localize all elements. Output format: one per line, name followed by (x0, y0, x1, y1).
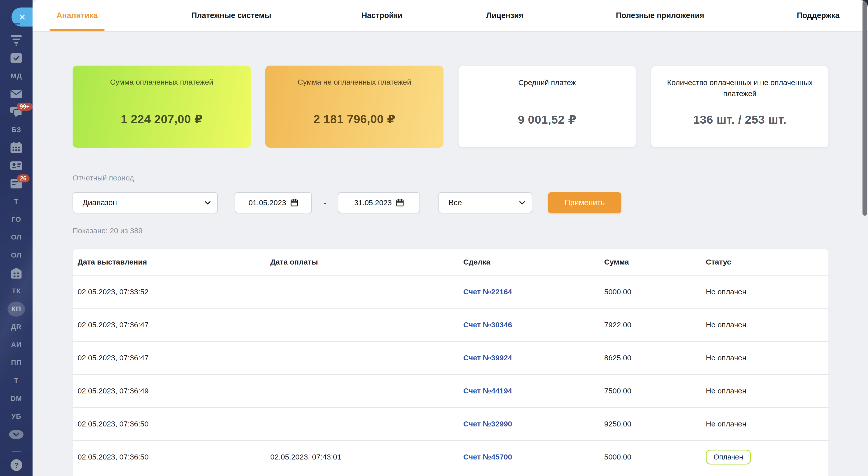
sidebar-item-filter-icon[interactable] (0, 31, 33, 49)
status-badge-paid: Оплачен (706, 450, 751, 465)
card-value: 9 001,52 ₽ (459, 113, 636, 126)
card-title: Количество оплаченных и не оплаченных пл… (666, 77, 813, 99)
apply-button[interactable]: Применить (548, 192, 621, 213)
expand-more-icon (9, 430, 24, 439)
payment-card-icon: 26 (10, 179, 22, 189)
amount-cell: 5000.00 (599, 288, 701, 296)
sidebar-item-payment-card-icon[interactable]: 26 (0, 175, 33, 193)
table-row: 02.05.2023, 07:36:5002.05.2023, 07:43:01… (72, 440, 829, 473)
date-to-value: 31.05.2023 (354, 198, 392, 207)
sidebar-item-уб[interactable]: УБ (0, 407, 33, 425)
sidebar-item-dm[interactable]: DM (0, 390, 33, 408)
invoice-link[interactable]: Счет №44194 (463, 387, 512, 395)
sidebar-item-пп[interactable]: ПП (0, 354, 33, 372)
column-header: Дата выставления (72, 258, 265, 266)
invoice-link[interactable]: Счет №22164 (463, 288, 512, 296)
sidebar-item-кп[interactable]: КП (0, 300, 33, 318)
card-title: Средний платеж (473, 77, 621, 88)
issued-date-cell: 02.05.2023, 07:33:52 (72, 288, 265, 296)
amount-cell: 8625.00 (599, 354, 701, 362)
deal-cell: Счет №22164 (458, 288, 599, 296)
invoice-link[interactable]: Счет №30346 (463, 321, 512, 329)
close-button-shadow (13, 23, 20, 25)
invoice-link[interactable]: Счет №32990 (463, 420, 512, 428)
tab-payment-systems[interactable]: Платежные системы (191, 0, 271, 31)
filter-icon (10, 34, 22, 46)
sidebar-item-тк[interactable]: ТК (0, 282, 33, 300)
sidebar-item-ол[interactable]: ОЛ (0, 228, 33, 247)
issued-date-cell: 02.05.2023, 07:36:47 (72, 354, 265, 362)
help-button[interactable]: ? (10, 459, 22, 471)
deal-cell: Счет №45700 (458, 453, 599, 461)
sidebar-item-label: МД (10, 72, 22, 80)
table-row: 02.05.2023, 07:36:50Счет №329909250.00Не… (72, 407, 829, 440)
sidebar-item-мд[interactable]: МД (0, 67, 33, 85)
invoice-link[interactable]: Счет №45700 (463, 453, 512, 461)
report-period-label: Отчетный период (72, 174, 134, 182)
sidebar-item-label: УБ (11, 412, 21, 420)
card-value: 1 224 207,00 ₽ (72, 112, 251, 126)
sidebar-item-бз[interactable]: БЗ (0, 121, 33, 139)
sidebar-item-т[interactable]: Т (0, 372, 33, 390)
sidebar-item-ол[interactable]: ОЛ (0, 246, 33, 264)
shown-count-label: Показано: 20 из 389 (72, 226, 143, 235)
sidebar-item-tasks-icon[interactable] (0, 49, 33, 67)
top-navigation: АналитикаПлатежные системыНастройкиЛицен… (33, 0, 868, 32)
sidebar-item-mail-icon[interactable] (0, 85, 33, 103)
invoice-link[interactable]: Счет №39924 (463, 354, 512, 362)
sidebar-item-label: ГО (11, 216, 21, 223)
filter-controls: Диапазон 01.05.2023 - 31.05.2023 Все При… (72, 192, 621, 213)
table-header-row: Дата выставленияДата оплатыСделкаСуммаСт… (72, 249, 829, 275)
range-select[interactable]: Диапазон (72, 192, 218, 213)
building-icon (10, 268, 22, 279)
amount-cell: 7500.00 (599, 387, 701, 395)
sidebar-item-calendar-icon[interactable] (0, 139, 33, 157)
sidebar-item-label: БЗ (11, 126, 21, 134)
amount-cell: 9250.00 (599, 420, 701, 428)
sidebar: × МД99+БЗ26ТГООЛОЛТККПДRАИППТDMУБ ? (0, 0, 33, 476)
status-cell: Не оплачен (701, 420, 829, 428)
tab-license[interactable]: Лицензия (486, 0, 523, 31)
sidebar-item-label: Т (14, 377, 19, 385)
card-payments-count: Количество оплаченных и не оплаченных пл… (651, 66, 829, 148)
issued-date-cell: 02.05.2023, 07:36:50 (72, 453, 265, 461)
sidebar-item-т[interactable]: Т (0, 192, 33, 211)
sidebar-item-аи[interactable]: АИ (0, 336, 33, 354)
notification-badge: 26 (17, 174, 30, 183)
tab-useful-apps[interactable]: Полезные приложения (616, 0, 704, 31)
chat-icon: 99+ (10, 106, 22, 117)
tab-settings[interactable]: Настройки (362, 0, 402, 31)
sidebar-item-label: КП (11, 305, 21, 313)
date-from-input[interactable]: 01.05.2023 (235, 192, 312, 213)
card-unpaid-sum: Сумма не оплаченных платежей2 181 796,00… (265, 66, 443, 148)
sidebar-item-expand-more-icon[interactable] (0, 425, 33, 443)
tab-support[interactable]: Поддержка (797, 0, 840, 31)
table-row: 02.05.2023, 07:36:47Счет №303467922.00Не… (72, 308, 829, 341)
date-range-dash: - (322, 198, 328, 208)
issued-date-cell: 02.05.2023, 07:36:47 (72, 321, 265, 329)
table-row: 02.05.2023, 07:36:49Счет №441947500.00Не… (72, 374, 829, 407)
deal-cell: Счет №39924 (458, 354, 599, 362)
amount-cell: 5000.00 (599, 453, 701, 461)
column-header: Дата оплаты (265, 258, 458, 266)
notification-badge: 99+ (17, 103, 33, 110)
type-select[interactable]: Все (438, 192, 532, 213)
close-icon: × (19, 11, 26, 23)
tab-analytics[interactable]: Аналитика (57, 0, 98, 31)
sidebar-item-label: ДR (11, 323, 22, 331)
column-header: Статус (701, 258, 829, 266)
sidebar-item-дr[interactable]: ДR (0, 318, 33, 336)
sidebar-item-го[interactable]: ГО (0, 211, 33, 228)
status-cell: Не оплачен (701, 288, 829, 296)
type-select-value: Все (448, 198, 462, 207)
vertical-scrollbar[interactable] (863, 0, 867, 216)
main-panel: АналитикаПлатежные системыНастройкиЛицен… (33, 0, 868, 476)
card-average-payment: Средний платеж9 001,52 ₽ (458, 66, 636, 148)
column-header: Сделка (458, 258, 599, 266)
mail-icon (10, 89, 22, 99)
sidebar-item-id-card-icon[interactable] (0, 157, 33, 175)
date-to-input[interactable]: 31.05.2023 (338, 192, 420, 213)
sidebar-item-chat-icon[interactable]: 99+ (0, 103, 33, 121)
sidebar-item-label: Т (14, 197, 19, 205)
sidebar-item-building-icon[interactable] (0, 264, 33, 282)
